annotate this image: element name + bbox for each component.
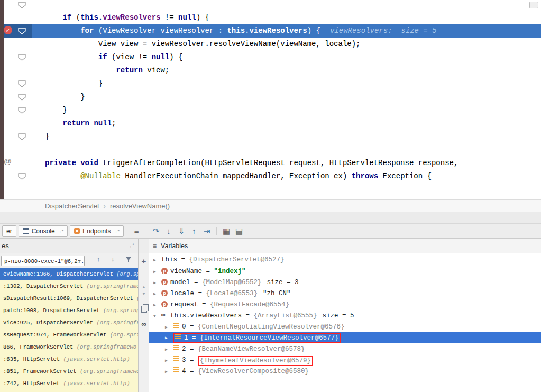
variable-row[interactable]: ▶3 = {ThymeleafViewResolver@6579} bbox=[149, 354, 541, 366]
breakpoint-verified-icon[interactable]: ✓ bbox=[4, 26, 12, 34]
thread-selector[interactable]: p-nio-8080-exec-1"@6,2... bbox=[1, 256, 85, 266]
variable-value: {BeanNameViewResolver@6578} bbox=[198, 345, 305, 353]
gutter-marker-icon[interactable] bbox=[18, 1, 26, 11]
frame-row[interactable]: :851, FrameworkServlet (org.springframew… bbox=[0, 366, 139, 378]
gutter-marker-icon[interactable] bbox=[18, 80, 26, 89]
code-token: (view != bbox=[107, 53, 152, 61]
chevron-collapsed-icon[interactable]: ▶ bbox=[165, 344, 173, 355]
watches-icon[interactable]: ∞ bbox=[141, 320, 146, 328]
chevron-expanded-icon[interactable]: ▼ bbox=[153, 311, 161, 322]
step-out-icon[interactable]: ↑ bbox=[188, 226, 200, 235]
frame-location: eViewName:1366, DispatcherServlet bbox=[3, 271, 116, 277]
chevron-collapsed-icon[interactable]: ▶ bbox=[153, 254, 161, 266]
code-token: } bbox=[98, 79, 103, 88]
frame-up-icon[interactable]: ↑ bbox=[97, 255, 100, 263]
variable-row[interactable]: ▶0 = {ContentNegotiatingViewResolver@657… bbox=[149, 321, 541, 332]
code-line[interactable]: } bbox=[4, 104, 541, 117]
code-line[interactable]: for (ViewResolver viewResolver : this.vi… bbox=[4, 24, 541, 38]
settings-menu-icon[interactable]: ≡ bbox=[130, 226, 143, 235]
frames-header-pin-icon[interactable]: →* bbox=[127, 239, 134, 253]
panel-divider[interactable] bbox=[138, 239, 139, 392]
chevron-collapsed-icon[interactable]: ▶ bbox=[153, 266, 161, 277]
gutter-marker-icon[interactable] bbox=[18, 93, 26, 103]
debug-content: p-nio-8080-exec-1"@6,2... ↑ ↓ eViewName:… bbox=[0, 253, 541, 392]
filter-icon[interactable] bbox=[125, 257, 132, 265]
run-to-cursor-icon[interactable]: ⇥ bbox=[200, 226, 213, 236]
frame-package: (org.springframewo bbox=[87, 283, 139, 289]
frame-row[interactable]: 866, FrameworkServlet (org.springframewo bbox=[0, 341, 139, 353]
code-line[interactable]: View view = viewResolver.resolveViewName… bbox=[4, 38, 541, 51]
parameter-icon: p bbox=[161, 279, 168, 285]
frame-row[interactable]: alDoFilter:231, ApplicationFilterChain (… bbox=[0, 390, 139, 392]
variables-menu-icon[interactable]: ≡ bbox=[153, 242, 157, 250]
code-line[interactable]: return view; bbox=[4, 64, 541, 77]
frame-row[interactable]: sDispatchResult:1069, DispatcherServlet … bbox=[0, 293, 139, 305]
variable-value: {InternalResourceViewResolver@6577} bbox=[200, 334, 339, 342]
gutter-marker-icon[interactable] bbox=[18, 106, 26, 116]
scroll-up-icon[interactable]: ▲ bbox=[142, 285, 146, 289]
code-line[interactable]: } bbox=[4, 77, 541, 90]
add-watch-icon[interactable]: + bbox=[142, 257, 146, 266]
frame-row[interactable]: :635, HttpServlet (javax.servlet.http) bbox=[0, 353, 139, 366]
gutter-marker-icon[interactable] bbox=[18, 133, 26, 142]
variable-row[interactable]: ▶pviewName = "indexj" bbox=[149, 266, 541, 277]
tab-debugger[interactable]: er bbox=[2, 225, 16, 237]
gutter-marker-icon[interactable] bbox=[18, 27, 26, 37]
variable-row[interactable]: ▶1 = {InternalResourceViewResolver@6577} bbox=[149, 332, 541, 343]
array-element-icon bbox=[173, 343, 182, 354]
frame-down-icon[interactable]: ↓ bbox=[111, 255, 115, 263]
variable-row[interactable]: ▼∞this.viewResolvers = {ArrayList@6555}s… bbox=[149, 310, 541, 321]
chevron-collapsed-icon[interactable]: ▶ bbox=[165, 322, 173, 333]
variable-row[interactable]: ▶4 = {ViewResolverComposite@6580} bbox=[149, 366, 541, 377]
chevron-collapsed-icon[interactable]: ▶ bbox=[153, 288, 161, 299]
gutter-marker-icon[interactable] bbox=[18, 172, 26, 182]
tab-endpoints[interactable]: Endpoints →* bbox=[70, 225, 124, 237]
breadcrumb-class[interactable]: DispatcherServlet bbox=[45, 202, 99, 210]
chevron-down-icon[interactable] bbox=[77, 260, 81, 264]
frame-row[interactable]: eViewName:1366, DispatcherServlet (org.s… bbox=[0, 268, 139, 280]
chevron-collapsed-icon[interactable]: ▶ bbox=[165, 355, 173, 366]
step-over-icon[interactable]: ↷ bbox=[150, 226, 162, 236]
frame-package: (org.springfra bbox=[103, 307, 139, 314]
force-step-into-icon[interactable]: ⇓ bbox=[175, 226, 188, 236]
equals-sign: = bbox=[188, 334, 200, 342]
copy-icon[interactable] bbox=[141, 306, 147, 313]
frame-row[interactable]: :742, HttpServlet (javax.servlet.http) bbox=[0, 378, 139, 390]
code-token: (ViewResolver viewResolver : bbox=[94, 26, 227, 35]
scroll-down-icon[interactable]: ▼ bbox=[142, 291, 146, 296]
variable-row[interactable]: ▶pmodel = {ModelMap@6552}size = 3 bbox=[149, 277, 541, 288]
code-line[interactable]: if (this.viewResolvers != null) { bbox=[4, 11, 541, 24]
editor-inspection-widget[interactable] bbox=[529, 2, 538, 8]
frame-row[interactable]: patch:1008, DispatcherServlet (org.sprin… bbox=[0, 305, 139, 317]
panel-divider[interactable] bbox=[149, 239, 149, 392]
chevron-collapsed-icon[interactable]: ▶ bbox=[153, 277, 161, 288]
code-line[interactable]: private void triggerAfterCompletion(Http… bbox=[4, 157, 541, 170]
variable-value: {RequestFacade@6554} bbox=[210, 301, 289, 308]
variable-row[interactable]: ▶this = {DispatcherServlet@6527} bbox=[149, 254, 541, 266]
code-line[interactable]: @Nullable HandlerExecutionChain mappedHa… bbox=[4, 170, 541, 183]
variable-row[interactable]: ▶plocale = {Locale@6553}"zh_CN" bbox=[149, 288, 541, 299]
tab-console[interactable]: Console →* bbox=[19, 225, 68, 237]
code-line[interactable] bbox=[4, 143, 541, 157]
evaluate-expression-icon[interactable]: ▦ bbox=[220, 226, 233, 236]
code-line[interactable]: return null; bbox=[4, 117, 541, 130]
variable-row[interactable]: ▶prequest = {RequestFacade@6554} bbox=[149, 299, 541, 310]
variable-value: "indexj" bbox=[214, 268, 246, 275]
layout-settings-icon[interactable]: ▤ bbox=[233, 226, 245, 236]
code-line[interactable]: } bbox=[4, 90, 541, 104]
breadcrumb-method[interactable]: resolveViewName() bbox=[110, 202, 170, 210]
code-line[interactable]: if (view != null) { bbox=[4, 51, 541, 64]
variable-extra: size = 5 bbox=[323, 312, 354, 320]
frame-row[interactable]: ssRequest:974, FrameworkServlet (org.spr… bbox=[0, 329, 139, 341]
frame-package: (org.springframew bbox=[96, 320, 139, 326]
chevron-collapsed-icon[interactable]: ▶ bbox=[165, 332, 173, 343]
gutter-marker-icon[interactable] bbox=[18, 53, 26, 63]
chevron-collapsed-icon[interactable]: ▶ bbox=[153, 299, 161, 311]
chevron-collapsed-icon[interactable]: ▶ bbox=[165, 366, 173, 377]
variable-name: 1 bbox=[184, 334, 188, 342]
code-line[interactable]: } bbox=[4, 130, 541, 143]
frame-row[interactable]: :1302, DispatcherServlet (org.springfram… bbox=[0, 280, 139, 293]
step-into-icon[interactable]: ↓ bbox=[162, 226, 175, 235]
variable-row[interactable]: ▶2 = {BeanNameViewResolver@6578} bbox=[149, 343, 541, 354]
frame-row[interactable]: vice:925, DispatcherServlet (org.springf… bbox=[0, 317, 139, 329]
